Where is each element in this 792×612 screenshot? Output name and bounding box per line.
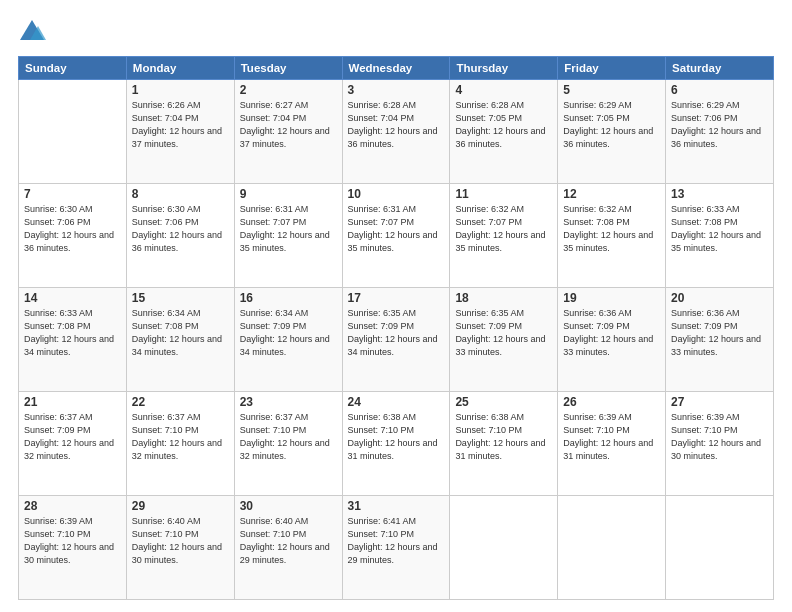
day-info: Sunrise: 6:39 AMSunset: 7:10 PMDaylight:… — [671, 411, 768, 463]
day-number: 6 — [671, 83, 768, 97]
calendar-day-header: Friday — [558, 57, 666, 80]
day-number: 24 — [348, 395, 445, 409]
day-info: Sunrise: 6:26 AMSunset: 7:04 PMDaylight:… — [132, 99, 229, 151]
day-number: 13 — [671, 187, 768, 201]
calendar-cell: 9 Sunrise: 6:31 AMSunset: 7:07 PMDayligh… — [234, 184, 342, 288]
day-info: Sunrise: 6:31 AMSunset: 7:07 PMDaylight:… — [348, 203, 445, 255]
day-info: Sunrise: 6:37 AMSunset: 7:10 PMDaylight:… — [240, 411, 337, 463]
day-info: Sunrise: 6:38 AMSunset: 7:10 PMDaylight:… — [348, 411, 445, 463]
calendar-cell: 10 Sunrise: 6:31 AMSunset: 7:07 PMDaylig… — [342, 184, 450, 288]
day-number: 5 — [563, 83, 660, 97]
calendar-cell: 7 Sunrise: 6:30 AMSunset: 7:06 PMDayligh… — [19, 184, 127, 288]
calendar-cell: 20 Sunrise: 6:36 AMSunset: 7:09 PMDaylig… — [666, 288, 774, 392]
calendar-cell: 1 Sunrise: 6:26 AMSunset: 7:04 PMDayligh… — [126, 80, 234, 184]
day-info: Sunrise: 6:35 AMSunset: 7:09 PMDaylight:… — [348, 307, 445, 359]
calendar-cell: 16 Sunrise: 6:34 AMSunset: 7:09 PMDaylig… — [234, 288, 342, 392]
calendar-day-header: Thursday — [450, 57, 558, 80]
day-number: 11 — [455, 187, 552, 201]
day-number: 8 — [132, 187, 229, 201]
day-info: Sunrise: 6:40 AMSunset: 7:10 PMDaylight:… — [132, 515, 229, 567]
calendar-cell — [19, 80, 127, 184]
day-info: Sunrise: 6:30 AMSunset: 7:06 PMDaylight:… — [132, 203, 229, 255]
day-info: Sunrise: 6:37 AMSunset: 7:10 PMDaylight:… — [132, 411, 229, 463]
day-number: 27 — [671, 395, 768, 409]
calendar-cell: 14 Sunrise: 6:33 AMSunset: 7:08 PMDaylig… — [19, 288, 127, 392]
day-number: 12 — [563, 187, 660, 201]
calendar-cell: 26 Sunrise: 6:39 AMSunset: 7:10 PMDaylig… — [558, 392, 666, 496]
calendar-week-row: 28 Sunrise: 6:39 AMSunset: 7:10 PMDaylig… — [19, 496, 774, 600]
calendar-cell: 2 Sunrise: 6:27 AMSunset: 7:04 PMDayligh… — [234, 80, 342, 184]
calendar-cell: 25 Sunrise: 6:38 AMSunset: 7:10 PMDaylig… — [450, 392, 558, 496]
day-info: Sunrise: 6:28 AMSunset: 7:05 PMDaylight:… — [455, 99, 552, 151]
calendar-cell: 6 Sunrise: 6:29 AMSunset: 7:06 PMDayligh… — [666, 80, 774, 184]
calendar-cell: 5 Sunrise: 6:29 AMSunset: 7:05 PMDayligh… — [558, 80, 666, 184]
day-info: Sunrise: 6:30 AMSunset: 7:06 PMDaylight:… — [24, 203, 121, 255]
day-number: 15 — [132, 291, 229, 305]
calendar-cell: 22 Sunrise: 6:37 AMSunset: 7:10 PMDaylig… — [126, 392, 234, 496]
calendar-cell: 17 Sunrise: 6:35 AMSunset: 7:09 PMDaylig… — [342, 288, 450, 392]
day-number: 18 — [455, 291, 552, 305]
calendar-cell: 30 Sunrise: 6:40 AMSunset: 7:10 PMDaylig… — [234, 496, 342, 600]
day-number: 28 — [24, 499, 121, 513]
calendar-week-row: 1 Sunrise: 6:26 AMSunset: 7:04 PMDayligh… — [19, 80, 774, 184]
day-info: Sunrise: 6:39 AMSunset: 7:10 PMDaylight:… — [24, 515, 121, 567]
day-number: 17 — [348, 291, 445, 305]
calendar-cell: 19 Sunrise: 6:36 AMSunset: 7:09 PMDaylig… — [558, 288, 666, 392]
day-info: Sunrise: 6:39 AMSunset: 7:10 PMDaylight:… — [563, 411, 660, 463]
day-number: 2 — [240, 83, 337, 97]
day-number: 23 — [240, 395, 337, 409]
day-info: Sunrise: 6:34 AMSunset: 7:09 PMDaylight:… — [240, 307, 337, 359]
day-info: Sunrise: 6:28 AMSunset: 7:04 PMDaylight:… — [348, 99, 445, 151]
day-info: Sunrise: 6:38 AMSunset: 7:10 PMDaylight:… — [455, 411, 552, 463]
day-number: 16 — [240, 291, 337, 305]
day-info: Sunrise: 6:32 AMSunset: 7:08 PMDaylight:… — [563, 203, 660, 255]
calendar-day-header: Sunday — [19, 57, 127, 80]
calendar-cell — [558, 496, 666, 600]
day-info: Sunrise: 6:33 AMSunset: 7:08 PMDaylight:… — [24, 307, 121, 359]
calendar-cell: 24 Sunrise: 6:38 AMSunset: 7:10 PMDaylig… — [342, 392, 450, 496]
day-info: Sunrise: 6:41 AMSunset: 7:10 PMDaylight:… — [348, 515, 445, 567]
day-number: 25 — [455, 395, 552, 409]
calendar-cell: 12 Sunrise: 6:32 AMSunset: 7:08 PMDaylig… — [558, 184, 666, 288]
day-number: 7 — [24, 187, 121, 201]
day-info: Sunrise: 6:31 AMSunset: 7:07 PMDaylight:… — [240, 203, 337, 255]
day-info: Sunrise: 6:40 AMSunset: 7:10 PMDaylight:… — [240, 515, 337, 567]
day-number: 4 — [455, 83, 552, 97]
day-info: Sunrise: 6:29 AMSunset: 7:06 PMDaylight:… — [671, 99, 768, 151]
calendar-cell: 8 Sunrise: 6:30 AMSunset: 7:06 PMDayligh… — [126, 184, 234, 288]
calendar-week-row: 21 Sunrise: 6:37 AMSunset: 7:09 PMDaylig… — [19, 392, 774, 496]
calendar-cell: 4 Sunrise: 6:28 AMSunset: 7:05 PMDayligh… — [450, 80, 558, 184]
calendar-cell: 21 Sunrise: 6:37 AMSunset: 7:09 PMDaylig… — [19, 392, 127, 496]
calendar-cell: 18 Sunrise: 6:35 AMSunset: 7:09 PMDaylig… — [450, 288, 558, 392]
calendar-cell — [450, 496, 558, 600]
day-info: Sunrise: 6:37 AMSunset: 7:09 PMDaylight:… — [24, 411, 121, 463]
calendar-header: SundayMondayTuesdayWednesdayThursdayFrid… — [19, 57, 774, 80]
calendar-day-header: Tuesday — [234, 57, 342, 80]
logo-icon — [18, 18, 46, 46]
calendar-cell: 23 Sunrise: 6:37 AMSunset: 7:10 PMDaylig… — [234, 392, 342, 496]
day-number: 22 — [132, 395, 229, 409]
logo — [18, 18, 50, 46]
day-number: 29 — [132, 499, 229, 513]
day-info: Sunrise: 6:32 AMSunset: 7:07 PMDaylight:… — [455, 203, 552, 255]
day-info: Sunrise: 6:36 AMSunset: 7:09 PMDaylight:… — [563, 307, 660, 359]
calendar-cell: 11 Sunrise: 6:32 AMSunset: 7:07 PMDaylig… — [450, 184, 558, 288]
calendar-week-row: 7 Sunrise: 6:30 AMSunset: 7:06 PMDayligh… — [19, 184, 774, 288]
calendar-cell — [666, 496, 774, 600]
calendar-cell: 31 Sunrise: 6:41 AMSunset: 7:10 PMDaylig… — [342, 496, 450, 600]
day-info: Sunrise: 6:33 AMSunset: 7:08 PMDaylight:… — [671, 203, 768, 255]
calendar-cell: 27 Sunrise: 6:39 AMSunset: 7:10 PMDaylig… — [666, 392, 774, 496]
calendar-day-header: Wednesday — [342, 57, 450, 80]
day-number: 9 — [240, 187, 337, 201]
calendar-cell: 29 Sunrise: 6:40 AMSunset: 7:10 PMDaylig… — [126, 496, 234, 600]
day-number: 21 — [24, 395, 121, 409]
day-number: 3 — [348, 83, 445, 97]
day-number: 14 — [24, 291, 121, 305]
calendar-table: SundayMondayTuesdayWednesdayThursdayFrid… — [18, 56, 774, 600]
calendar-cell: 3 Sunrise: 6:28 AMSunset: 7:04 PMDayligh… — [342, 80, 450, 184]
calendar-header-row: SundayMondayTuesdayWednesdayThursdayFrid… — [19, 57, 774, 80]
header — [18, 18, 774, 46]
calendar-cell: 28 Sunrise: 6:39 AMSunset: 7:10 PMDaylig… — [19, 496, 127, 600]
day-number: 10 — [348, 187, 445, 201]
day-number: 1 — [132, 83, 229, 97]
